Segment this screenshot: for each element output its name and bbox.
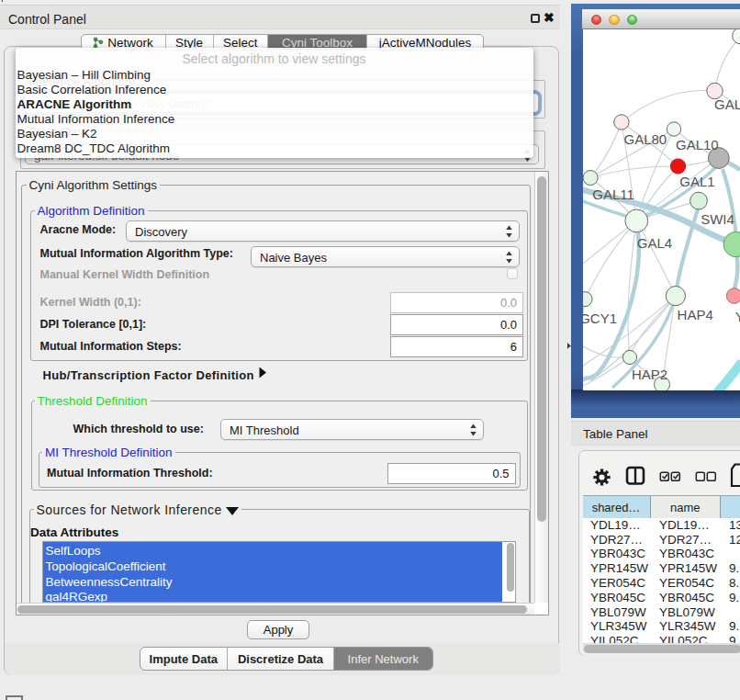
svg-text:GAL1: GAL1	[679, 174, 714, 189]
svg-text:GCY1: GCY1	[583, 310, 617, 326]
svg-text:GAL80: GAL80	[624, 131, 667, 147]
svg-text:GAL10: GAL10	[676, 137, 719, 152]
svg-text:GAL11: GAL11	[592, 186, 634, 202]
svg-text:SWI4: SWI4	[701, 211, 734, 227]
svg-text:HAP4: HAP4	[678, 307, 713, 322]
svg-text:Y: Y	[735, 309, 740, 324]
svg-text:GAL4: GAL4	[637, 235, 672, 251]
svg-text:GAL: GAL	[714, 96, 740, 112]
svg-text:HAP2: HAP2	[632, 367, 667, 382]
